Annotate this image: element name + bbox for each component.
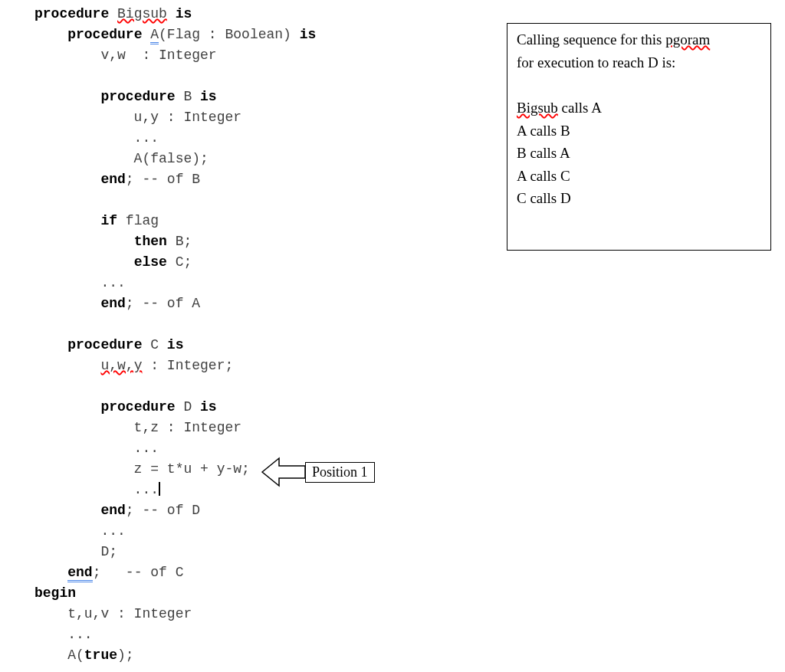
code-line: ...: [34, 273, 494, 293]
position-label: Position 1: [305, 462, 375, 483]
sidebar-text: for execution to reach D is:: [517, 53, 761, 73]
code-line: A(false);: [34, 149, 494, 169]
code-line: v,w : Integer: [34, 45, 494, 66]
code-line: u,y : Integer: [34, 107, 494, 128]
code-line: [34, 190, 494, 211]
code-line: procedure Bigsub is: [34, 4, 494, 25]
code-line: ...: [34, 624, 494, 645]
code-line: [34, 314, 494, 335]
code-line: else C;: [34, 252, 494, 273]
code-line: procedure D is: [34, 397, 494, 418]
sidebar-text: C calls D: [517, 188, 761, 208]
code-line: end; -- of D: [34, 500, 494, 521]
code-line: t,z : Integer: [34, 418, 494, 438]
position-arrow-callout: Position 1: [261, 455, 375, 489]
code-line: procedure B is: [34, 87, 494, 107]
code-line: t,u,v : Integer: [34, 604, 494, 624]
code-line: ...: [34, 128, 494, 149]
code-line: end; -- of A: [34, 293, 494, 314]
code-line: u,w,y : Integer;: [34, 356, 494, 376]
sidebar-text: Bigsub calls A: [517, 98, 761, 118]
text-cursor: [159, 482, 160, 496]
code-line: begin: [34, 583, 494, 604]
code-line: [34, 376, 494, 397]
sidebar-text: A calls C: [517, 166, 761, 186]
code-line: [34, 66, 494, 87]
code-line: if flag: [34, 211, 494, 231]
code-line: procedure C is: [34, 335, 494, 356]
code-line: ...: [34, 521, 494, 542]
code-line: D;: [34, 542, 494, 562]
sidebar-text: A calls B: [517, 121, 761, 141]
sidebar-text: B calls A: [517, 143, 761, 163]
code-line: end; -- of C: [34, 562, 494, 583]
calling-sequence-box: Calling sequence for this pgoram for exe…: [507, 23, 771, 251]
code-block: procedure Bigsub is procedure A(Flag : B…: [34, 4, 494, 672]
code-line: then B;: [34, 231, 494, 252]
sidebar-text: Calling sequence for this pgoram: [517, 30, 761, 50]
code-line: end; -- of B: [34, 169, 494, 190]
code-line: procedure A(Flag : Boolean) is: [34, 25, 494, 45]
code-line: A(true);: [34, 645, 494, 666]
sidebar-text: [517, 75, 761, 95]
left-arrow-icon: [261, 455, 307, 489]
code-line: ...: [34, 666, 494, 672]
